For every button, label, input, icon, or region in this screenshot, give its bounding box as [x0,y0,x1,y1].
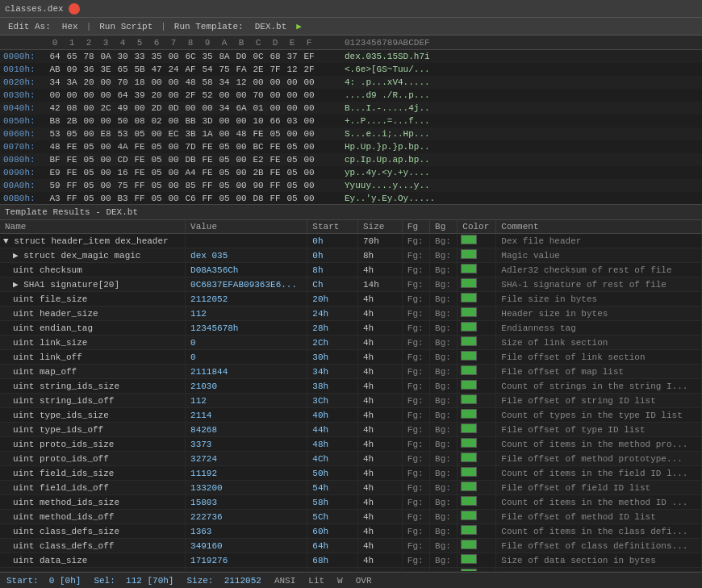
hex-row[interactable]: 0040h:4208002C49002D0D0000346A01000000B.… [0,102,702,115]
table-row[interactable]: uint field_ids_size1119250h4hFg:Bg:Count… [0,466,702,481]
table-row[interactable]: uint file_size211205220h4hFg:Bg:File siz… [0,292,702,307]
row-size: 70h [357,234,402,248]
row-comment: File offset of method ID list [496,510,702,524]
row-fg: Fg: [402,263,429,277]
row-value: 0C6837EFAB09363E6... [186,277,307,292]
row-comment: File offset of type ID list [496,423,702,437]
col-header-fg: Fg [402,220,429,234]
row-start: 34h [307,365,358,379]
hex-row[interactable]: 0090h:E9FE050016FE0500A4FE05002BFE0500yp… [0,166,702,179]
hex-column-header: 0 1 2 3 4 5 6 7 8 9 A B C D E F 01234567… [0,35,702,50]
row-name: uint file_size [0,292,186,307]
row-start: 6Ch [307,568,358,572]
hex-area: 0 1 2 3 4 5 6 7 8 9 A B C D E F 01234567… [0,35,702,205]
row-start: 5Ch [307,510,358,524]
table-row[interactable]: uint link_size02Ch4hFg:Bg:Size of link s… [0,336,702,350]
hex-row[interactable]: 0060h:530500E8530500EC3B1A0048FE050000S.… [0,127,702,140]
table-row[interactable]: uint string_ids_size2103038h4hFg:Bg:Coun… [0,379,702,394]
hex-row[interactable]: 00B0h:A3FF0500B3FF0500C6FF0500D8FF0500Ey… [0,192,702,205]
table-row[interactable]: uint link_off030h4hFg:Bg:File offset of … [0,350,702,365]
row-start: 54h [307,481,358,495]
row-bg: Bg: [430,292,458,307]
menu-run-script[interactable]: Run Script [94,20,157,33]
table-row[interactable]: uint map_off211184434h4hFg:Bg:File offse… [0,365,702,379]
row-start: 0h [307,248,358,263]
row-value: 15803 [186,495,307,510]
table-row[interactable]: uint field_ids_off13320054h4hFg:Bg:File … [0,481,702,495]
row-size: 4h [357,568,402,572]
hex-row[interactable]: 0000h:6465780A303335006C358AD00C6837EFde… [0,50,702,63]
table-row[interactable]: uint header_size11224h4hFg:Bg:Header siz… [0,307,702,321]
row-value: dex 035 [186,248,307,263]
hex-row[interactable]: 0050h:B82B000050080200BB3D000010660300+.… [0,115,702,127]
table-row[interactable]: uint type_ids_size211440h4hFg:Bg:Count o… [0,408,702,423]
row-name: ▼ struct header_item dex_header [0,234,186,248]
row-color-swatch [458,336,496,350]
row-fg: Fg: [402,307,429,321]
hex-row[interactable]: 0070h:48FE05004AFE05007DFE0500BCFE0500Hp… [0,140,702,153]
row-bg: Bg: [430,495,458,510]
menu-edit-as[interactable]: Edit As: [3,20,56,33]
table-row[interactable]: uint proto_ids_off327244Ch4hFg:Bg:File o… [0,452,702,466]
row-value: 32724 [186,452,307,466]
row-comment: File offset of class definitions... [496,539,702,553]
hex-row[interactable]: 0080h:BFFE0500CDFE0500DBFE0500E2FE0500cp… [0,153,702,166]
row-bg: Bg: [430,394,458,408]
col-header-comment: Comment [496,220,702,234]
row-size: 4h [357,408,402,423]
hex-row[interactable]: 0010h:AB09363E655B4724AF5475FA2E7F122F<.… [0,63,702,76]
row-fg: Fg: [402,466,429,481]
table-row[interactable]: ▶ struct dex_magic magicdex 0350h8hFg:Bg… [0,248,702,263]
menu-template-file[interactable]: DEX.bt [250,20,292,33]
row-name: uint type_ids_off [0,423,186,437]
table-row[interactable]: uint string_ids_off1123Ch4hFg:Bg:File of… [0,394,702,408]
row-size: 4h [357,321,402,336]
table-row[interactable]: uint data_off3927766Ch4hFg:Bg:File offse… [0,568,702,572]
hex-row[interactable]: 00A0h:59FF050075FF050085FF050090FF0500Yy… [0,179,702,192]
row-size: 4h [357,437,402,452]
table-row[interactable]: uint method_ids_size1580358h4hFg:Bg:Coun… [0,495,702,510]
row-color-swatch [458,408,496,423]
row-fg: Fg: [402,248,429,263]
row-color-swatch [458,248,496,263]
row-comment: Size of link section [496,336,702,350]
close-btn[interactable] [69,3,80,15]
row-fg: Fg: [402,408,429,423]
row-value [186,234,307,248]
menu-hex[interactable]: Hex [57,20,83,33]
results-table: Name Value Start Size Fg Bg Color Commen… [0,220,702,571]
table-row[interactable]: uint class_defs_off34916064h4hFg:Bg:File… [0,539,702,553]
table-row[interactable]: ▼ struct header_item dex_header0h70hFg:B… [0,234,702,248]
hex-row[interactable]: 0020h:343A20007018000048583412000000004:… [0,76,702,89]
play-icon[interactable]: ▶ [296,21,302,31]
menu-run-template[interactable]: Run Template: [169,20,249,33]
row-color-swatch [458,481,496,495]
row-color-swatch [458,524,496,539]
row-value: 1363 [186,524,307,539]
row-fg: Fg: [402,481,429,495]
table-header-row: Name Value Start Size Fg Bg Color Commen… [0,220,702,234]
row-start: 30h [307,350,358,365]
hex-row[interactable]: 0030h:00000000643920002F52000070000000..… [0,89,702,102]
table-row[interactable]: uint method_ids_off2227365Ch4hFg:Bg:File… [0,510,702,524]
table-row[interactable]: uint type_ids_off8426844h4hFg:Bg:File of… [0,423,702,437]
template-results-title: Template Results - DEX.bt [0,205,702,220]
table-row[interactable]: uint checksumD08A356Ch8h4hFg:Bg:Adler32 … [0,263,702,277]
row-size: 4h [357,452,402,466]
row-value: 2112052 [186,292,307,307]
row-color-swatch [458,452,496,466]
row-comment: Count of items in the field ID l... [496,466,702,481]
results-table-wrapper[interactable]: Name Value Start Size Fg Bg Color Commen… [0,220,702,571]
row-color-swatch [458,394,496,408]
row-bg: Bg: [430,466,458,481]
row-start: 4Ch [307,452,358,466]
row-bg: Bg: [430,379,458,394]
table-row[interactable]: uint data_size171927668h4hFg:Bg:Size of … [0,553,702,568]
table-row[interactable]: uint class_defs_size136360h4hFg:Bg:Count… [0,524,702,539]
table-body: ▼ struct header_item dex_header0h70hFg:B… [0,234,702,572]
table-row[interactable]: uint endian_tag12345678h28h4hFg:Bg:Endia… [0,321,702,336]
row-fg: Fg: [402,336,429,350]
table-row[interactable]: ▶ SHA1 signature[20]0C6837EFAB09363E6...… [0,277,702,292]
table-row[interactable]: uint proto_ids_size337348h4hFg:Bg:Count … [0,437,702,452]
row-start: 3Ch [307,394,358,408]
